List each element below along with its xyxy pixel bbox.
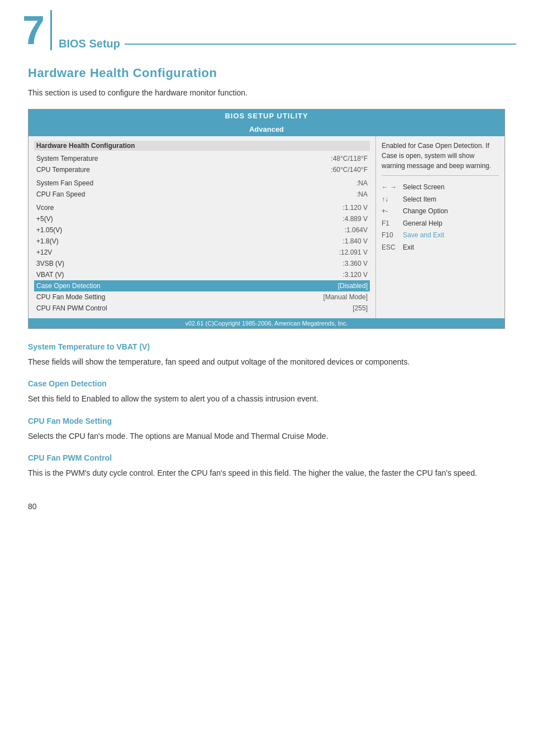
help-keys: ← →Select Screen↑↓Select Item+-Change Op… bbox=[382, 181, 499, 254]
help-key-row: F10Save and Exit bbox=[382, 229, 499, 242]
bios-rows: System Temperature:48°C/118°FCPU Tempera… bbox=[34, 153, 370, 314]
bios-row-label: +12V bbox=[36, 247, 52, 257]
bios-row: +1.8(V):1.840 V bbox=[34, 236, 370, 247]
bios-row-label: +5(V) bbox=[36, 214, 53, 224]
bios-row-value: [Manual Mode] bbox=[323, 292, 368, 302]
key-symbol: ← → bbox=[382, 181, 398, 194]
help-text: Enabled for Case Open Detection. If Case… bbox=[382, 141, 499, 176]
bios-row-label: CPU Fan Speed bbox=[36, 189, 85, 199]
section-body: Set this field to Enabled to allow the s… bbox=[28, 393, 505, 405]
key-symbol: ↑↓ bbox=[382, 194, 398, 206]
bios-box-title: BIOS SETUP UTILITY bbox=[28, 109, 505, 122]
bios-row-value: :60°C/140°F bbox=[331, 165, 368, 175]
advanced-tab[interactable]: Advanced bbox=[240, 124, 293, 135]
key-symbol: +- bbox=[382, 205, 398, 218]
section-heading: CPU Fan Mode Setting bbox=[28, 417, 505, 425]
key-desc: Select Screen bbox=[403, 181, 445, 194]
bios-row: VBAT (V):3.120 V bbox=[34, 269, 370, 280]
bios-row-value: :3.360 V bbox=[342, 259, 368, 269]
bios-row: +1.05(V):1.064V bbox=[34, 224, 370, 236]
section-body: These fields will show the temperature, … bbox=[28, 356, 505, 368]
bios-section-header: Hardware Health Configuration bbox=[34, 141, 370, 151]
bios-row: CPU Fan Speed:NA bbox=[34, 189, 370, 200]
section-heading: System Temperature to VBAT (V) bbox=[28, 342, 505, 351]
header-line: BIOS Setup bbox=[59, 37, 516, 50]
help-key-row: ↑↓Select Item bbox=[382, 194, 499, 206]
bios-row-value: :1.840 V bbox=[342, 236, 368, 246]
bios-row-value: :NA bbox=[356, 178, 368, 188]
bios-row: +5(V):4.889 V bbox=[34, 213, 370, 224]
section-heading: Case Open Detection bbox=[28, 379, 505, 388]
bios-row-value: :1.120 V bbox=[342, 203, 368, 213]
intro-text: This section is used to configure the ha… bbox=[28, 87, 505, 99]
bios-row-label: +1.05(V) bbox=[36, 225, 62, 235]
bios-row-label: 3VSB (V) bbox=[36, 259, 64, 269]
bios-row-value: :12.091 V bbox=[339, 247, 368, 257]
bios-right-panel: Enabled for Case Open Detection. If Case… bbox=[376, 136, 505, 318]
bios-row-label: Case Open Detection bbox=[36, 281, 101, 291]
bios-row-label: CPU Temperature bbox=[36, 165, 90, 175]
bios-row-label: System Temperature bbox=[36, 154, 98, 164]
header-right: BIOS Setup bbox=[52, 10, 516, 50]
key-desc: Save and Exit bbox=[403, 229, 444, 242]
key-symbol: ESC bbox=[382, 242, 398, 254]
bios-setup-box: BIOS SETUP UTILITY Advanced Hardware Hea… bbox=[28, 109, 505, 329]
bios-setup-label: BIOS Setup bbox=[59, 37, 120, 50]
header-divider bbox=[125, 44, 516, 45]
bios-row: System Temperature:48°C/118°F bbox=[34, 153, 370, 164]
bios-row-label: CPU FAN PWM Control bbox=[36, 303, 107, 313]
help-key-row: +-Change Option bbox=[382, 205, 499, 218]
help-key-row: ← →Select Screen bbox=[382, 181, 499, 194]
page-number: 80 bbox=[28, 502, 37, 511]
key-desc: Select Item bbox=[403, 194, 436, 206]
help-key-row: ESCExit bbox=[382, 242, 499, 254]
help-key-row: F1General Help bbox=[382, 218, 499, 230]
bios-row: 3VSB (V):3.360 V bbox=[34, 258, 370, 269]
bios-row-label: Vcore bbox=[36, 203, 54, 213]
bios-row: System Fan Speed:NA bbox=[34, 178, 370, 189]
section-heading: CPU Fan PWM Control bbox=[28, 453, 505, 462]
sections: System Temperature to VBAT (V)These fiel… bbox=[0, 342, 533, 480]
bios-row: CPU Fan Mode Setting[Manual Mode] bbox=[34, 291, 370, 303]
bios-row-value: :NA bbox=[356, 189, 368, 199]
key-symbol: F1 bbox=[382, 218, 398, 230]
chapter-number: 7 bbox=[17, 10, 52, 50]
page-header: 7 BIOS Setup bbox=[17, 10, 516, 50]
bios-row: CPU FAN PWM Control[255] bbox=[34, 303, 370, 314]
page-title: Hardware Health Configuration bbox=[28, 66, 505, 80]
key-desc: Change Option bbox=[403, 205, 448, 218]
bios-row: CPU Temperature:60°C/140°F bbox=[34, 164, 370, 175]
bios-row-value: :3.120 V bbox=[342, 270, 368, 280]
key-desc: General Help bbox=[403, 218, 442, 230]
bios-footer: v02.61 (C)Copyright 1985-2006, American … bbox=[28, 318, 505, 328]
bios-row-value: :48°C/118°F bbox=[331, 154, 368, 164]
bios-row-value: [Disabled] bbox=[338, 281, 368, 291]
bios-row-label: VBAT (V) bbox=[36, 270, 64, 280]
bios-row-value: :4.889 V bbox=[342, 214, 368, 224]
bios-row[interactable]: Case Open Detection[Disabled] bbox=[34, 280, 370, 291]
bios-row: Vcore:1.120 V bbox=[34, 202, 370, 213]
bios-row-value: [255] bbox=[353, 303, 368, 313]
key-desc: Exit bbox=[403, 242, 414, 254]
bios-inner: Hardware Health Configuration System Tem… bbox=[28, 136, 505, 318]
key-symbol: F10 bbox=[382, 229, 398, 242]
bios-left-panel: Hardware Health Configuration System Tem… bbox=[28, 136, 376, 318]
bios-row-label: CPU Fan Mode Setting bbox=[36, 292, 105, 302]
bios-row-value: :1.064V bbox=[345, 225, 368, 235]
section-body: This is the PWM's duty cycle control. En… bbox=[28, 467, 505, 479]
bios-row-label: +1.8(V) bbox=[36, 236, 59, 246]
bios-row: +12V:12.091 V bbox=[34, 247, 370, 258]
section-body: Selects the CPU fan's mode. The options … bbox=[28, 430, 505, 442]
bios-row-label: System Fan Speed bbox=[36, 178, 93, 188]
